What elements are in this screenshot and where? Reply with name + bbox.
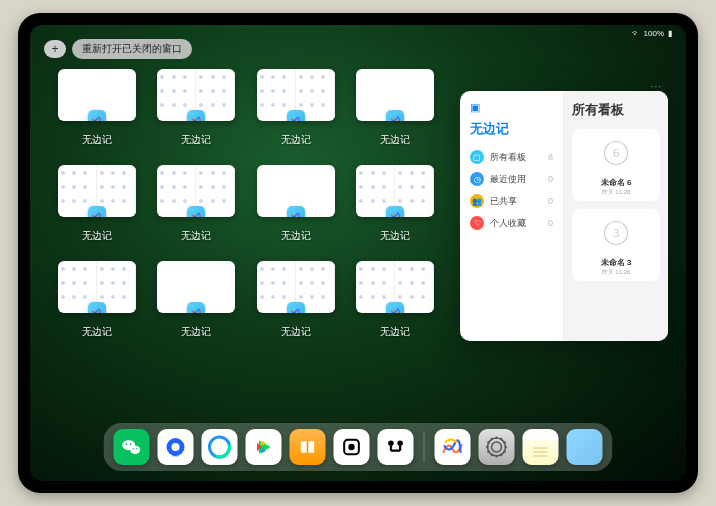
menu-label: 最近使用 (490, 173, 526, 186)
window-preview (157, 261, 235, 313)
window-preview (356, 261, 434, 313)
window-label: 无边记 (82, 325, 112, 339)
window-preview (157, 165, 235, 217)
board-title: 未命名 3 (578, 257, 654, 268)
app-switcher-grid: 无边记无边记无边记无边记无边记无边记无边记无边记无边记无边记无边记无边记 (56, 69, 436, 357)
window-label: 无边记 (281, 133, 311, 147)
battery-icon: ▮ (668, 29, 672, 38)
sidebar-toggle-icon[interactable]: ▣ (470, 101, 553, 114)
window-label: 无边记 (82, 133, 112, 147)
window-label: 无边记 (181, 229, 211, 243)
reopen-closed-button[interactable]: 重新打开已关闭的窗口 (72, 39, 192, 59)
window-label: 无边记 (380, 325, 410, 339)
window-preview (257, 261, 335, 313)
window-thumb[interactable]: 无边记 (255, 69, 337, 147)
menu-shared[interactable]: 👥已共享0 (470, 190, 553, 212)
svg-text:HD: HD (173, 453, 179, 458)
window-preview (356, 165, 434, 217)
dock-books[interactable] (290, 429, 326, 465)
wifi-icon: ᯤ (632, 29, 640, 38)
window-label: 无边记 (380, 133, 410, 147)
status-bar: ᯤ 100% ▮ (632, 29, 672, 38)
freeform-icon (287, 302, 305, 313)
reopen-label: 重新打开已关闭的窗口 (82, 43, 182, 54)
menu-label: 个人收藏 (490, 217, 526, 230)
board-title: 未命名 6 (578, 177, 654, 188)
dock-separator (424, 432, 425, 462)
svg-point-11 (172, 443, 180, 451)
board-sketch: 3 (598, 217, 634, 249)
window-thumb[interactable]: 无边记 (56, 69, 138, 147)
window-thumb[interactable]: 无边记 (156, 69, 238, 147)
dock-notes[interactable] (523, 429, 559, 465)
dock: HD (104, 423, 613, 471)
window-label: 无边记 (281, 325, 311, 339)
svg-text:6: 6 (613, 146, 619, 160)
svg-point-7 (130, 443, 132, 445)
freeform-icon (187, 110, 205, 121)
menu-recent[interactable]: ◷最近使用0 (470, 168, 553, 190)
menu-count: 0 (548, 196, 553, 206)
menu-count: 8 (548, 152, 553, 162)
popup-sidebar: ▣ 无边记 ▢所有看板8◷最近使用0👥已共享0♡个人收藏0 (460, 91, 564, 341)
window-preview (257, 165, 335, 217)
freeform-icon (88, 110, 106, 121)
svg-text:3: 3 (613, 226, 619, 240)
window-thumb[interactable]: 无边记 (355, 261, 437, 339)
freeform-icon (88, 206, 106, 217)
dock-app-library[interactable] (567, 429, 603, 465)
freeform-icon (88, 302, 106, 313)
dock-notability[interactable] (378, 429, 414, 465)
board-card[interactable]: 3 未命名 3 昨天 11:26 (572, 209, 660, 281)
menu-all-boards[interactable]: ▢所有看板8 (470, 146, 553, 168)
window-thumb[interactable]: 无边记 (355, 165, 437, 243)
freeform-icon (287, 110, 305, 121)
ipad-frame: ᯤ 100% ▮ + 重新打开已关闭的窗口 无边记无边记无边记无边记无边记无边记… (18, 13, 698, 493)
window-label: 无边记 (380, 229, 410, 243)
window-thumb[interactable]: 无边记 (255, 261, 337, 339)
add-window-button[interactable]: + (44, 40, 66, 58)
freeform-icon (187, 206, 205, 217)
window-thumb[interactable]: 无边记 (156, 261, 238, 339)
svg-point-9 (136, 448, 137, 449)
board-subtitle: 昨天 11:26 (578, 268, 654, 277)
window-thumb[interactable]: 无边记 (255, 165, 337, 243)
svg-point-21 (348, 444, 354, 450)
svg-point-22 (388, 441, 394, 447)
window-label: 无边记 (82, 229, 112, 243)
dock-wechat[interactable] (114, 429, 150, 465)
screen: ᯤ 100% ▮ + 重新打开已关闭的窗口 无边记无边记无边记无边记无边记无边记… (30, 25, 686, 481)
freeform-icon (287, 206, 305, 217)
window-thumb[interactable]: 无边记 (56, 261, 138, 339)
popup-title: 无边记 (470, 120, 553, 138)
boards-title: 所有看板 (572, 101, 660, 119)
menu-count: 0 (548, 174, 553, 184)
shared-icon: 👥 (470, 194, 484, 208)
freeform-icon (386, 206, 404, 217)
dock-qq[interactable] (202, 429, 238, 465)
window-label: 无边记 (181, 133, 211, 147)
window-thumb[interactable]: 无边记 (56, 165, 138, 243)
window-preview (257, 69, 335, 121)
dock-iqiyi[interactable] (246, 429, 282, 465)
menu-label: 已共享 (490, 195, 517, 208)
recent-icon: ◷ (470, 172, 484, 186)
freeform-icon (386, 302, 404, 313)
window-thumb[interactable]: 无边记 (355, 69, 437, 147)
svg-point-8 (133, 448, 134, 449)
svg-point-6 (126, 443, 128, 445)
battery-label: 100% (644, 29, 664, 38)
board-subtitle: 昨天 11:28 (578, 188, 654, 197)
dock-inshot[interactable] (334, 429, 370, 465)
dock-qqbrowser[interactable]: HD (158, 429, 194, 465)
freeform-popup: ▣ 无边记 ▢所有看板8◷最近使用0👥已共享0♡个人收藏0 所有看板 6 未命名… (460, 91, 668, 341)
window-preview (58, 165, 136, 217)
window-preview (58, 69, 136, 121)
board-sketch: 6 (598, 137, 634, 169)
window-thumb[interactable]: 无边记 (156, 165, 238, 243)
dock-settings[interactable] (479, 429, 515, 465)
menu-favorites[interactable]: ♡个人收藏0 (470, 212, 553, 234)
freeform-icon (386, 110, 404, 121)
dock-freeform[interactable] (435, 429, 471, 465)
board-card[interactable]: 6 未命名 6 昨天 11:28 (572, 129, 660, 201)
